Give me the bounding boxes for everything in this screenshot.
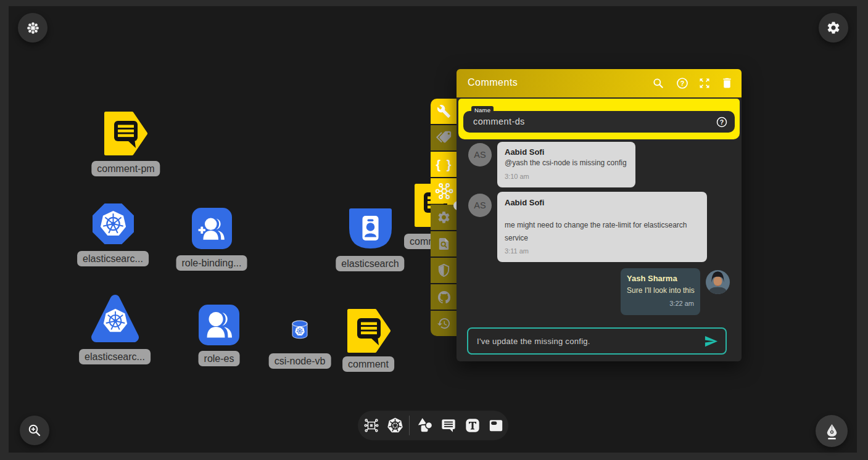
svg-text:?: ? (680, 80, 685, 87)
svg-text:{ }: { } (436, 157, 452, 171)
svg-text:?: ? (720, 118, 724, 126)
